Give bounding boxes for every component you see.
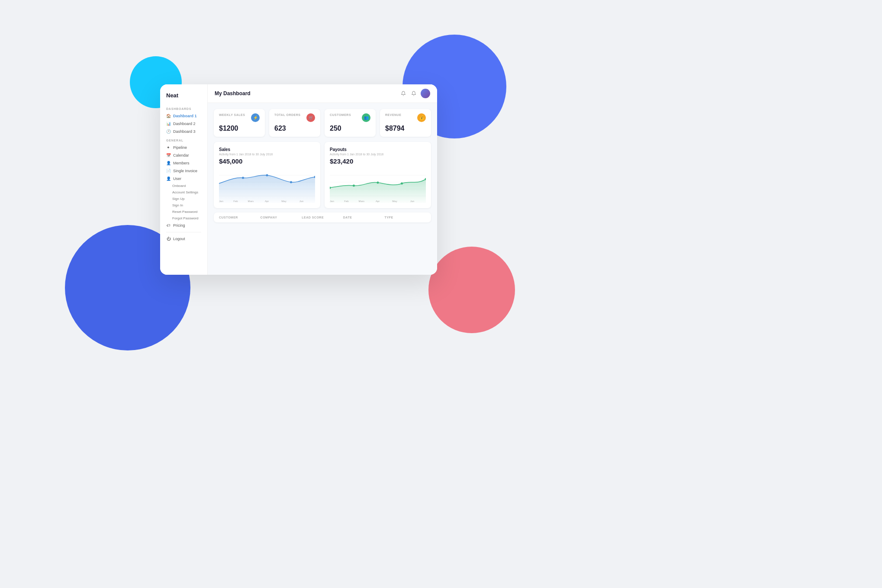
chart-icon: 📊 [166,122,171,126]
sidebar: Neat DASHBOARDS 🏠 Dashboard 1 📊 Dashboar… [160,84,208,275]
sidebar-sub-account[interactable]: Account Settings [160,189,207,196]
svg-point-5 [266,174,268,177]
svg-text:Apr: Apr [376,200,380,202]
user-icon: 👤 [166,177,171,181]
stat-card-header: WEEKLY SALES ⚡ [219,113,260,122]
svg-text:Jun: Jun [410,200,415,202]
section-label-general: GENERAL [160,135,207,144]
sales-chart-area: Jan Feb Mars Apr May Jun [219,168,315,203]
stat-card-header: CUSTOMERS 👥 [330,113,370,122]
svg-text:May: May [281,200,286,202]
bell-icon[interactable] [410,90,417,97]
chart-row: Sales Activity from 1 Jan 2018 to 30 Jul… [214,142,431,208]
stat-card-total-orders: TOTAL ORDERS 🛒 623 [269,109,320,137]
content-area: WEEKLY SALES ⚡ $1200 TOTAL ORDERS 🛒 623 … [208,103,437,275]
svg-text:Apr: Apr [265,200,269,202]
sidebar-sub-signup[interactable]: Sign Up [160,196,207,202]
app-window: Neat DASHBOARDS 🏠 Dashboard 1 📊 Dashboar… [160,84,437,275]
sidebar-item-members[interactable]: 👤 Members [160,159,207,167]
sidebar-item-label: Calendar [173,153,189,157]
main-content: My Dashboard [208,84,437,275]
stat-value: 250 [330,125,370,132]
sidebar-item-pricing[interactable]: 🏷 Pricing [160,222,207,229]
svg-text:Jun: Jun [299,200,304,202]
sidebar-item-pipeline[interactable]: ✦ Pipeline [160,144,207,151]
sidebar-sub-signin[interactable]: Sign In [160,202,207,209]
stat-card-revenue: REVENUE 💰 $8794 [380,109,431,137]
chart-card-payouts: Payouts Activity from 1 Jan 2018 to 30 J… [325,142,431,208]
bg-circle-pink [428,247,515,333]
sidebar-item-label: Members [173,161,190,165]
stat-value: $1200 [219,125,260,132]
stat-label: CUSTOMERS [330,113,351,116]
brand-logo: Neat [160,92,207,104]
sidebar-item-label: Pricing [173,223,185,228]
user-avatar[interactable] [421,89,430,98]
page-title: My Dashboard [215,90,251,96]
stat-value: 623 [274,125,315,132]
stat-card-header: REVENUE 💰 [385,113,426,122]
svg-point-6 [290,181,292,183]
total-orders-icon: 🛒 [306,113,315,122]
table-col-customer: Customer [219,216,261,219]
chart-title: Sales [219,147,315,152]
stat-label: REVENUE [385,113,401,116]
svg-point-19 [353,185,355,187]
stat-cards: WEEKLY SALES ⚡ $1200 TOTAL ORDERS 🛒 623 … [214,109,431,137]
sidebar-sub-onboard[interactable]: Onboard [160,183,207,189]
stat-label: TOTAL ORDERS [274,113,300,116]
sidebar-sub-forgot[interactable]: Forgot Password [160,215,207,222]
revenue-icon: 💰 [417,113,426,122]
svg-point-21 [401,183,403,185]
header-icons [400,89,430,98]
invoice-icon: 📄 [166,169,171,173]
sidebar-item-logout[interactable]: ⏻ Logout [160,235,207,243]
svg-text:Jan: Jan [330,200,334,202]
calendar-icon: 📅 [166,153,171,157]
customers-icon: 👥 [362,113,370,122]
home-icon: 🏠 [166,114,171,118]
stat-card-weekly-sales: WEEKLY SALES ⚡ $1200 [214,109,265,137]
table-col-company: Company [261,216,302,219]
table-col-lead-score: Lead Score [302,216,343,219]
weekly-sales-icon: ⚡ [251,113,260,122]
table-col-date: Date [343,216,385,219]
sidebar-item-label: Dashboard 3 [173,129,196,134]
sidebar-item-label: Pipeline [173,145,187,150]
sidebar-divider [166,232,201,232]
chart-value: $45,000 [219,157,315,165]
chart-subtitle: Activity from 1 Jan 2018 to 30 July 2018 [219,153,315,156]
sidebar-item-invoice[interactable]: 📄 Single Invoice [160,167,207,175]
sidebar-item-dashboard1[interactable]: 🏠 Dashboard 1 [160,112,207,120]
svg-text:Mars: Mars [359,200,364,202]
members-icon: 👤 [166,161,171,165]
svg-text:Jan: Jan [219,200,223,202]
sidebar-sub-reset[interactable]: Reset Password [160,209,207,215]
section-label-dashboards: DASHBOARDS [160,104,207,112]
sidebar-item-calendar[interactable]: 📅 Calendar [160,151,207,159]
table-col-type: Type [384,216,426,219]
stat-card-customers: CUSTOMERS 👥 250 [325,109,376,137]
stat-label: WEEKLY SALES [219,113,245,116]
chart-value: $23,420 [330,157,426,165]
logout-icon: ⏻ [166,237,171,241]
stat-card-header: TOTAL ORDERS 🛒 [274,113,315,122]
header: My Dashboard [208,84,437,103]
svg-text:Mars: Mars [248,200,254,202]
chart-subtitle: Activity from 1 Jan 2018 to 30 July 2018 [330,153,426,156]
svg-text:Feb: Feb [344,200,349,202]
chart-title: Payouts [330,147,426,152]
notification-outline-icon[interactable] [400,90,407,97]
sidebar-item-label: Single Invoice [173,169,197,173]
sidebar-item-label: User [173,177,181,181]
sidebar-item-label: Dashboard 1 [173,114,197,118]
logout-label: Logout [173,237,185,241]
clock-icon: 🕐 [166,129,171,134]
sidebar-item-user[interactable]: 👤 User [160,175,207,183]
payouts-chart-area: Jan Feb Mars Apr May Jun [330,168,426,203]
pipeline-icon: ✦ [166,145,171,150]
sidebar-item-dashboard3[interactable]: 🕐 Dashboard 3 [160,128,207,135]
sidebar-item-dashboard2[interactable]: 📊 Dashboard 2 [160,120,207,128]
stat-value: $8794 [385,125,426,132]
svg-point-4 [242,177,244,179]
